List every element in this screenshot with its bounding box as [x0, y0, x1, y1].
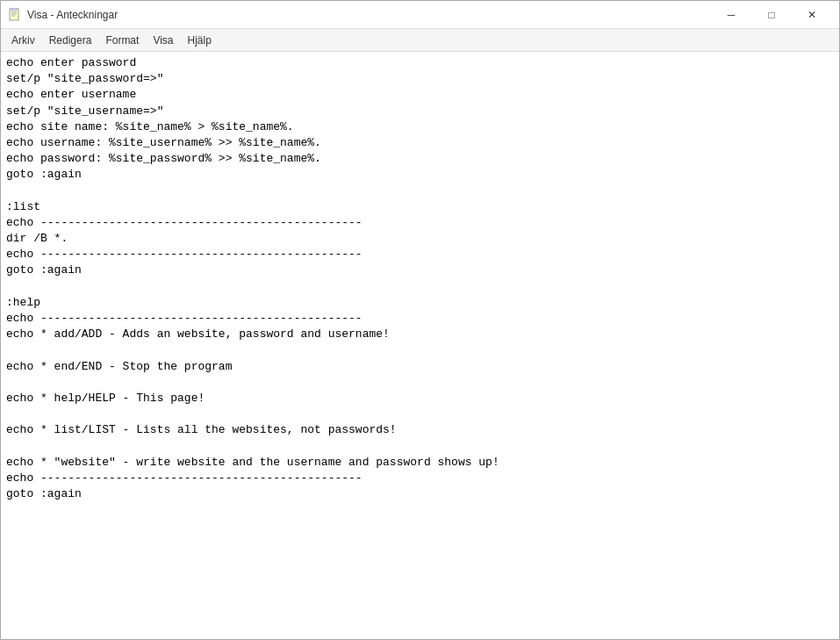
title-bar: Visa - Anteckningar ─ □ ✕: [1, 1, 839, 29]
menu-hjalp[interactable]: Hjälp: [181, 32, 219, 49]
title-bar-controls: ─ □ ✕: [711, 1, 832, 29]
title-bar-left: Visa - Anteckningar: [8, 8, 118, 22]
menu-arkiv[interactable]: Arkiv: [4, 32, 42, 49]
menu-format[interactable]: Format: [98, 32, 146, 49]
minimize-button[interactable]: ─: [711, 1, 751, 29]
app-icon: [8, 8, 22, 22]
main-window: Visa - Anteckningar ─ □ ✕ Arkiv Redigera…: [0, 0, 840, 640]
menu-redigera[interactable]: Redigera: [42, 32, 99, 49]
text-editor[interactable]: echo enter password set/p "site_password…: [1, 52, 839, 639]
maximize-button[interactable]: □: [751, 1, 792, 29]
menu-bar: Arkiv Redigera Format Visa Hjälp: [1, 29, 839, 52]
window-title: Visa - Anteckningar: [27, 9, 118, 21]
menu-visa[interactable]: Visa: [146, 32, 180, 49]
svg-rect-1: [11, 8, 17, 11]
content-area: echo enter password set/p "site_password…: [1, 52, 839, 639]
close-button[interactable]: ✕: [792, 1, 832, 29]
